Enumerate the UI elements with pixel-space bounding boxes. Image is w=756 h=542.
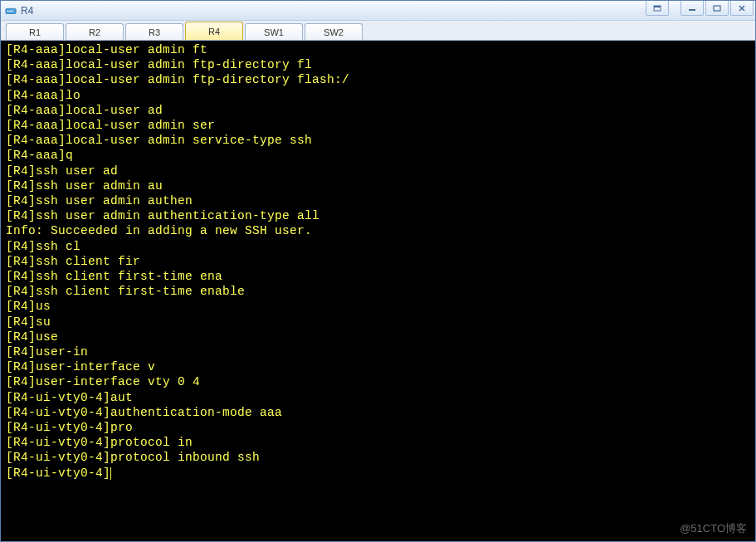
- terminal-cursor: [110, 467, 111, 480]
- terminal-line: [R4-aaa]local-user ad: [6, 103, 750, 118]
- window-titlebar: R4: [1, 1, 755, 21]
- svg-rect-6: [689, 9, 695, 11]
- terminal-line: [R4]ssh cl: [6, 239, 750, 254]
- terminal-line: [R4]us: [6, 299, 750, 314]
- app-icon: [4, 4, 17, 17]
- tab-r3[interactable]: R3: [125, 23, 183, 40]
- tab-label: R4: [208, 27, 220, 37]
- window-extra-button[interactable]: [646, 1, 669, 16]
- terminal-line: [R4]su: [6, 315, 750, 330]
- tab-r2[interactable]: R2: [66, 23, 124, 40]
- terminal-line: Info: Succeeded in adding a new SSH user…: [6, 223, 750, 238]
- terminal-line: [R4-aaa]local-user admin ft: [6, 42, 750, 57]
- terminal-line: [R4]ssh user admin au: [6, 178, 750, 193]
- tab-label: SW2: [324, 27, 344, 37]
- terminal-line: [R4]user-in: [6, 344, 750, 359]
- terminal-line: [R4]use: [6, 330, 750, 344]
- terminal-line: [R4-aaa]lo: [6, 88, 750, 103]
- tab-label: R2: [89, 27, 100, 37]
- terminal-line: [R4-ui-vty0-4]pro: [6, 420, 750, 435]
- terminal-line: [R4-aaa]local-user admin service-type ss…: [6, 133, 750, 148]
- terminal-line: [R4]ssh user ad: [6, 164, 750, 178]
- terminal-line: [R4]ssh client first-time enable: [6, 284, 750, 299]
- terminal-line: [R4-ui-vty0-4]authentication-mode aaa: [6, 405, 750, 420]
- terminal-line: [R4]ssh client first-time ena: [6, 269, 750, 284]
- terminal-line: [R4]user-interface v: [6, 359, 750, 374]
- terminal-prompt-line: [R4-ui-vty0-4]: [6, 466, 750, 481]
- terminal-line: [R4-aaa]local-user admin ftp-directory f…: [6, 57, 750, 72]
- svg-point-3: [12, 10, 13, 12]
- svg-rect-7: [714, 6, 720, 11]
- svg-point-1: [7, 10, 9, 12]
- tab-bar: R1R2R3R4SW1SW2: [1, 21, 755, 41]
- terminal-line: [R4-aaa]local-user admin ser: [6, 118, 750, 133]
- window-title: R4: [21, 5, 752, 17]
- tab-sw1[interactable]: SW1: [245, 23, 303, 40]
- window-controls: [646, 1, 754, 16]
- tab-sw2[interactable]: SW2: [305, 23, 363, 40]
- svg-point-2: [9, 10, 11, 12]
- terminal-line: [R4-aaa]q: [6, 148, 750, 163]
- terminal-line: [R4-ui-vty0-4]protocol in: [6, 435, 750, 450]
- terminal-line: [R4-ui-vty0-4]aut: [6, 390, 750, 405]
- tab-label: R1: [29, 27, 41, 37]
- window-minimize-button[interactable]: [680, 1, 704, 16]
- terminal-pane[interactable]: [R4-aaa]local-user admin ft[R4-aaa]local…: [1, 41, 755, 541]
- window-close-button[interactable]: [730, 1, 754, 16]
- terminal-line: [R4]ssh user admin authentication-type a…: [6, 208, 750, 223]
- terminal-line: [R4]user-interface vty 0 4: [6, 374, 750, 389]
- tab-r1[interactable]: R1: [6, 23, 64, 40]
- tab-r4[interactable]: R4: [185, 22, 243, 40]
- tab-label: R3: [149, 27, 160, 37]
- terminal-line: [R4]ssh user admin authen: [6, 193, 750, 208]
- terminal-line: [R4]ssh client fir: [6, 254, 750, 269]
- tab-label: SW1: [264, 27, 284, 37]
- window-maximize-button[interactable]: [705, 1, 729, 16]
- terminal-line: [R4-aaa]local-user admin ftp-directory f…: [6, 72, 750, 87]
- terminal-line: [R4-ui-vty0-4]protocol inbound ssh: [6, 450, 750, 465]
- svg-rect-5: [654, 6, 661, 7]
